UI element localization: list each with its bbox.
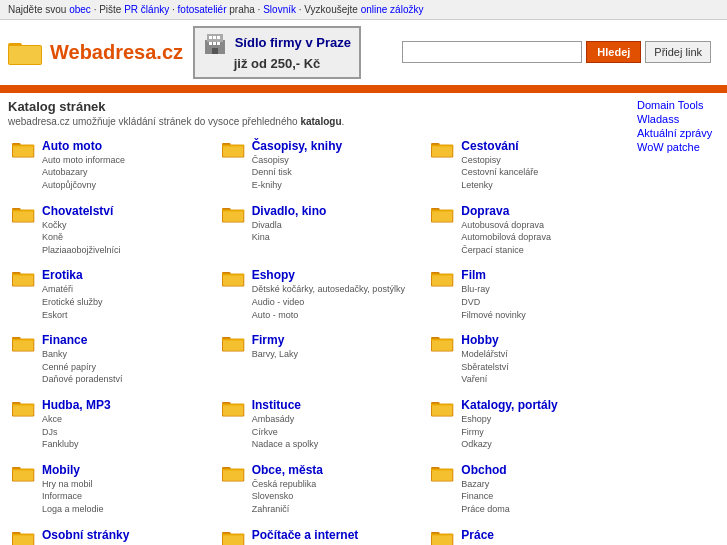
subcat-link[interactable]: Kočky bbox=[42, 219, 206, 232]
subcat-link[interactable]: Blu-ray bbox=[461, 283, 625, 296]
cat-title-mobily[interactable]: Mobily bbox=[42, 463, 206, 477]
subcat-link[interactable]: Sběratelství bbox=[461, 361, 625, 374]
subcat-link[interactable]: Erotické služby bbox=[42, 296, 206, 309]
cat-content-obce: Obce, města Česká republikaSlovenskoZahr… bbox=[252, 463, 416, 516]
topbar-link-foto[interactable]: fotosateliér bbox=[178, 4, 227, 15]
cat-title-auto-moto[interactable]: Auto moto bbox=[42, 139, 206, 153]
subcat-link[interactable]: Loga a melodie bbox=[42, 503, 206, 516]
subcat-link[interactable]: Modelářství bbox=[461, 348, 625, 361]
cat-content-film: Film Blu-rayDVDFilmové novinky bbox=[461, 268, 625, 321]
subcat-link[interactable]: Eskort bbox=[42, 309, 206, 322]
topbar-link-zalozky[interactable]: online záložky bbox=[361, 4, 424, 15]
subcat-link[interactable]: Slovensko bbox=[252, 490, 416, 503]
subcat-link[interactable]: Barvy, Laky bbox=[252, 348, 416, 361]
subcat-link[interactable]: Cenné papíry bbox=[42, 361, 206, 374]
subcat-link[interactable]: Firmy bbox=[461, 426, 625, 439]
subcat-link[interactable]: Finance bbox=[461, 490, 625, 503]
category-item-obchod: Obchod BazaryFinancePráce doma bbox=[427, 459, 629, 520]
subcat-link[interactable]: Autobusová doprava bbox=[461, 219, 625, 232]
subcat-link[interactable]: Autopůjčovny bbox=[42, 179, 206, 192]
cat-content-divadlo: Divadlo, kino DivadlaKina bbox=[252, 204, 416, 244]
cat-content-chovatelstvi: Chovatelství KočkyKoněPlaziaaobojživelní… bbox=[42, 204, 206, 257]
cat-title-osobni[interactable]: Osobní stránky bbox=[42, 528, 206, 542]
subcat-link[interactable]: DJs bbox=[42, 426, 206, 439]
sidebar-link-0[interactable]: Domain Tools bbox=[637, 99, 719, 111]
cat-title-katalogy[interactable]: Katalogy, portály bbox=[461, 398, 625, 412]
folder-icon bbox=[222, 204, 246, 224]
cat-title-firmy[interactable]: Firmy bbox=[252, 333, 416, 347]
topbar-link-slovnik[interactable]: Slovník bbox=[263, 4, 296, 15]
subcat-link[interactable]: Audio - video bbox=[252, 296, 416, 309]
subcat-link[interactable]: DVD bbox=[461, 296, 625, 309]
svg-rect-42 bbox=[223, 275, 244, 286]
subcat-link[interactable]: Zahraničí bbox=[252, 503, 416, 516]
subcat-link[interactable]: Cestovní kanceláře bbox=[461, 166, 625, 179]
subcat-link[interactable]: Ambasády bbox=[252, 413, 416, 426]
subcat-link[interactable]: Nadace a spolky bbox=[252, 438, 416, 451]
subcat-link[interactable]: Denní tisk bbox=[252, 166, 416, 179]
cat-title-finance[interactable]: Finance bbox=[42, 333, 206, 347]
subcat-link[interactable]: Eshopy bbox=[461, 413, 625, 426]
cat-title-hudba[interactable]: Hudba, MP3 bbox=[42, 398, 206, 412]
svg-rect-54 bbox=[223, 340, 244, 351]
subcat-link[interactable]: E-knihy bbox=[252, 179, 416, 192]
subcat-link[interactable]: Plaziaaobojživelníci bbox=[42, 244, 206, 257]
sidebar-link-1[interactable]: Wladass bbox=[637, 113, 719, 125]
add-link-button[interactable]: Přidej link bbox=[645, 41, 711, 63]
subcat-link[interactable]: Bazary bbox=[461, 478, 625, 491]
search-button[interactable]: Hledej bbox=[586, 41, 641, 63]
topbar-text1: Najděte svou bbox=[8, 4, 69, 15]
subcat-link[interactable]: Práce doma bbox=[461, 503, 625, 516]
subcat-link[interactable]: Autobazary bbox=[42, 166, 206, 179]
cat-title-eshopy[interactable]: Eshopy bbox=[252, 268, 416, 282]
subcat-link[interactable]: Letenky bbox=[461, 179, 625, 192]
subcat-link[interactable]: Auto - moto bbox=[252, 309, 416, 322]
subcat-link[interactable]: Hry na mobil bbox=[42, 478, 206, 491]
cat-title-erotika[interactable]: Erotika bbox=[42, 268, 206, 282]
subcat-link[interactable]: Čerpací stanice bbox=[461, 244, 625, 257]
cat-title-chovatelstvi[interactable]: Chovatelství bbox=[42, 204, 206, 218]
category-item-hudba: Hudba, MP3 AkceDJsFankluby bbox=[8, 394, 210, 455]
subcat-link[interactable]: Amatéři bbox=[42, 283, 206, 296]
subcat-link[interactable]: Akce bbox=[42, 413, 206, 426]
subcat-link[interactable]: Dětské kočárky, autosedačky, postýlky bbox=[252, 283, 416, 296]
logo-text: Webadresa.cz bbox=[50, 41, 183, 64]
subcat-link[interactable]: Česká republika bbox=[252, 478, 416, 491]
cat-links-film: Blu-rayDVDFilmové novinky bbox=[461, 283, 625, 321]
topbar-link-obec[interactable]: obec bbox=[69, 4, 91, 15]
topbar-link-pr[interactable]: PR články bbox=[124, 4, 169, 15]
subcat-link[interactable]: Banky bbox=[42, 348, 206, 361]
subcat-link[interactable]: Cestopisy bbox=[461, 154, 625, 167]
sidebar-link-2[interactable]: Aktuální zprávy bbox=[637, 127, 719, 139]
cat-title-casopisy[interactable]: Časopisy, knihy bbox=[252, 139, 416, 153]
subcat-link[interactable]: Daňové poradenství bbox=[42, 373, 206, 386]
subcat-link[interactable]: Církve bbox=[252, 426, 416, 439]
cat-links-obchod: BazaryFinancePráce doma bbox=[461, 478, 625, 516]
cat-title-hobby[interactable]: Hobby bbox=[461, 333, 625, 347]
subcat-link[interactable]: Informace bbox=[42, 490, 206, 503]
cat-title-divadlo[interactable]: Divadlo, kino bbox=[252, 204, 416, 218]
subcat-link[interactable]: Vaření bbox=[461, 373, 625, 386]
sidebar-link-3[interactable]: WoW patche bbox=[637, 141, 719, 153]
subcat-link[interactable]: Koně bbox=[42, 231, 206, 244]
cat-title-prace[interactable]: Práce bbox=[461, 528, 625, 542]
cat-title-obchod[interactable]: Obchod bbox=[461, 463, 625, 477]
subcat-link[interactable]: Automobilová doprava bbox=[461, 231, 625, 244]
subcat-link[interactable]: Filmové novinky bbox=[461, 309, 625, 322]
cat-title-doprava[interactable]: Doprava bbox=[461, 204, 625, 218]
subcat-link[interactable]: Odkazy bbox=[461, 438, 625, 451]
search-input[interactable] bbox=[402, 41, 582, 63]
svg-rect-5 bbox=[209, 36, 212, 39]
cat-content-firmy: Firmy Barvy, Laky bbox=[252, 333, 416, 361]
subcat-link[interactable]: Divadla bbox=[252, 219, 416, 232]
subcat-link[interactable]: Fankluby bbox=[42, 438, 206, 451]
svg-rect-34 bbox=[432, 210, 453, 221]
cat-title-instituce[interactable]: Instituce bbox=[252, 398, 416, 412]
cat-title-pocitace[interactable]: Počítače a internet bbox=[252, 528, 416, 542]
subcat-link[interactable]: Kina bbox=[252, 231, 416, 244]
subcat-link[interactable]: Časopisy bbox=[252, 154, 416, 167]
cat-title-obce[interactable]: Obce, města bbox=[252, 463, 416, 477]
subcat-link[interactable]: Auto moto informace bbox=[42, 154, 206, 167]
cat-title-cestovani[interactable]: Cestování bbox=[461, 139, 625, 153]
cat-title-film[interactable]: Film bbox=[461, 268, 625, 282]
